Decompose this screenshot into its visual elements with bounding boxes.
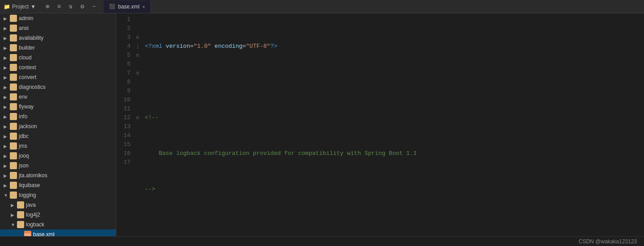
line-num-13: 13 <box>116 122 130 131</box>
sidebar-item-logback[interactable]: ▼ logback <box>0 220 116 229</box>
editor: 1 2 3 4 5 6 7 8 9 10 11 12 13 14 15 16 1… <box>116 13 644 236</box>
arrow-logback: ▼ <box>11 222 17 227</box>
toolbar-icons: ⊕ ≡ ⇅ ⚙ − <box>43 3 98 10</box>
sidebar-item-ansi[interactable]: ▶ ansi <box>0 23 116 33</box>
gutter-6 <box>134 60 141 69</box>
arrow-convert: ▶ <box>4 75 10 80</box>
code-content: <?xml version="1.0" encoding="UTF-8"?> <… <box>141 13 644 236</box>
sidebar-item-availability[interactable]: ▶ availability <box>0 33 116 43</box>
line-num-1: 1 <box>116 15 130 24</box>
sidebar-item-jta-atomikos[interactable]: ▶ jta.atomikos <box>0 171 116 180</box>
xml-file-icon: ⬛ <box>109 4 115 9</box>
sidebar-item-liquibase[interactable]: ▶ liquibase <box>0 180 116 190</box>
tab-label: base.xml <box>118 4 139 10</box>
sidebar-item-jackson[interactable]: ▶ jackson <box>0 121 116 131</box>
arrow-ansi: ▶ <box>4 26 10 31</box>
gutter-11 <box>134 104 141 113</box>
label-context: context <box>19 64 36 71</box>
gutter-9 <box>134 87 141 96</box>
sidebar-item-json[interactable]: ▶ json <box>0 161 116 171</box>
arrow-liquibase: ▶ <box>4 183 10 188</box>
folder-icon-logback <box>17 221 24 228</box>
label-convert: convert <box>19 74 36 80</box>
line-num-9: 9 <box>116 87 130 96</box>
gutter-15 <box>134 140 141 149</box>
label-jooq: jooq <box>19 153 29 159</box>
label-builder: builder <box>19 45 35 51</box>
sidebar-item-cloud[interactable]: ▶ cloud <box>0 53 116 63</box>
sidebar-item-admin[interactable]: ▶ admin <box>0 13 116 23</box>
gutter: ⊟ │ ⊟ ⊟ ⊟ <box>134 13 141 236</box>
arrow-logging: ▼ <box>4 193 10 198</box>
sidebar-item-diagnostics[interactable]: ▶ diagnostics <box>0 82 116 92</box>
main-layout: ▶ admin ▶ ansi ▶ availability ▶ builder … <box>0 13 644 236</box>
gutter-4: │ <box>134 42 141 51</box>
sidebar-item-info[interactable]: ▶ info <box>0 112 116 121</box>
folder-icon: 📁 <box>4 4 10 10</box>
arrow-json: ▶ <box>4 163 10 168</box>
gutter-7: ⊟ <box>134 69 141 78</box>
arrow-cloud: ▶ <box>4 55 10 60</box>
label-liquibase: liquibase <box>19 182 40 188</box>
list-icon[interactable]: ≡ <box>55 3 63 10</box>
sidebar[interactable]: ▶ admin ▶ ansi ▶ availability ▶ builder … <box>0 13 116 236</box>
sidebar-item-log4j2[interactable]: ▶ log4j2 <box>0 210 116 220</box>
line-num-17: 17 <box>116 158 130 167</box>
settings-icon[interactable]: ⚙ <box>78 3 87 10</box>
project-button[interactable]: 📁 Project ▼ <box>4 4 36 10</box>
label-jdbc: jdbc <box>19 133 29 139</box>
label-diagnostics: diagnostics <box>19 84 46 90</box>
xml-decl-text <box>162 42 166 51</box>
label-json: json <box>19 163 29 169</box>
line-num-8: 8 <box>116 78 130 87</box>
arrow-jackson: ▶ <box>4 124 10 129</box>
label-java: java <box>26 202 36 208</box>
folder-icon-context <box>10 64 17 71</box>
sidebar-item-logging[interactable]: ▼ logging <box>0 190 116 200</box>
gutter-1 <box>134 15 141 24</box>
line-num-10: 10 <box>116 96 130 104</box>
sidebar-item-context[interactable]: ▶ context <box>0 63 116 72</box>
arrow-flyway: ▶ <box>4 104 10 109</box>
code-area[interactable]: 1 2 3 4 5 6 7 8 9 10 11 12 13 14 15 16 1… <box>116 13 644 236</box>
folder-icon-ansi <box>10 25 17 32</box>
code-line-4: Base logback configuration provided for … <box>145 149 644 158</box>
label-cloud: cloud <box>19 54 32 61</box>
sidebar-item-jms[interactable]: ▶ jms <box>0 141 116 151</box>
line-num-7: 7 <box>116 69 130 78</box>
tab-close-button[interactable]: × <box>142 4 145 9</box>
sidebar-item-flyway[interactable]: ▶ flyway <box>0 102 116 112</box>
top-bar: 📁 Project ▼ ⊕ ≡ ⇅ ⚙ − ⬛ base.xml × <box>0 0 644 13</box>
arrow-info: ▶ <box>4 114 10 119</box>
line-num-16: 16 <box>116 149 130 158</box>
gutter-17 <box>134 158 141 167</box>
sort-icon[interactable]: ⇅ <box>66 3 75 10</box>
tab-base-xml[interactable]: ⬛ base.xml × <box>104 0 151 13</box>
label-logback: logback <box>26 221 44 228</box>
sidebar-item-jdbc[interactable]: ▶ jdbc <box>0 131 116 141</box>
label-env: env <box>19 94 27 100</box>
gutter-16 <box>134 149 141 158</box>
sidebar-item-convert[interactable]: ▶ convert <box>0 72 116 82</box>
sidebar-item-builder[interactable]: ▶ builder <box>0 43 116 53</box>
arrow-env: ▶ <box>4 95 10 100</box>
add-icon[interactable]: ⊕ <box>43 3 52 10</box>
line-numbers: 1 2 3 4 5 6 7 8 9 10 11 12 13 14 15 16 1… <box>116 13 134 236</box>
gutter-13 <box>134 122 141 131</box>
line-num-2: 2 <box>116 24 130 33</box>
sidebar-item-env[interactable]: ▶ env <box>0 92 116 102</box>
label-log4j2: log4j2 <box>26 212 40 218</box>
label-availability: availability <box>19 35 43 41</box>
label-admin: admin <box>19 15 34 21</box>
sidebar-item-java[interactable]: ▶ java <box>0 200 116 210</box>
line-num-14: 14 <box>116 131 130 140</box>
line-num-5: 5 <box>116 51 130 60</box>
line-num-15: 15 <box>116 140 130 149</box>
folder-icon-availability <box>10 34 17 42</box>
sidebar-item-base-xml[interactable]: XML base.xml <box>0 229 116 236</box>
gutter-10 <box>134 96 141 104</box>
sidebar-item-jooq[interactable]: ▶ jooq <box>0 151 116 161</box>
folder-icon-jms <box>10 142 17 150</box>
gutter-2 <box>134 24 141 33</box>
collapse-icon[interactable]: − <box>89 3 98 10</box>
